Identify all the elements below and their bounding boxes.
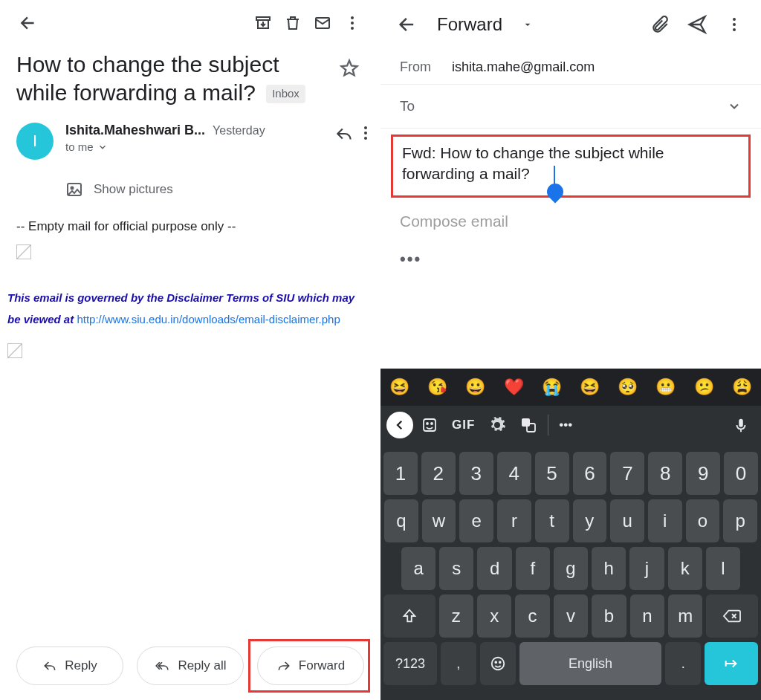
back-icon[interactable] (13, 8, 43, 38)
key[interactable]: 1 (383, 452, 418, 495)
emoji-key[interactable]: 😭 (542, 377, 562, 397)
emoji-key[interactable]: 😘 (427, 377, 447, 397)
key[interactable]: 8 (648, 452, 682, 495)
numlock-key[interactable]: ?123 (383, 642, 437, 685)
reply-all-button[interactable]: Reply all (137, 646, 244, 685)
svg-point-21 (499, 661, 501, 663)
to-field[interactable]: To (380, 85, 761, 129)
key[interactable]: s (439, 547, 473, 590)
show-pictures-button[interactable]: Show pictures (65, 181, 380, 198)
period-key[interactable]: . (665, 642, 701, 685)
disclaimer-link[interactable]: http://www.siu.edu.in/downloads/email-di… (77, 313, 340, 325)
key[interactable]: g (554, 547, 588, 590)
attach-icon[interactable] (644, 8, 676, 41)
key[interactable]: 3 (459, 452, 493, 495)
key[interactable]: q (384, 499, 418, 542)
key[interactable]: k (668, 547, 702, 590)
enter-key[interactable] (705, 642, 758, 685)
key-row-zxcv: z x c v b n m (383, 594, 758, 638)
key[interactable]: l (706, 547, 740, 590)
translate-icon[interactable]: G (514, 410, 543, 440)
avatar[interactable]: I (16, 123, 54, 160)
more-icon[interactable] (337, 8, 367, 38)
key[interactable]: o (686, 499, 720, 542)
svg-text:G: G (524, 420, 528, 425)
emoji-key[interactable] (480, 642, 516, 685)
compose-more-icon[interactable] (718, 8, 751, 41)
key[interactable]: u (610, 499, 644, 542)
more-keyboard-icon[interactable]: ••• (553, 410, 578, 440)
key[interactable]: e (459, 499, 493, 542)
key[interactable]: p (723, 499, 757, 542)
quoted-text-toggle[interactable]: ••• (380, 245, 761, 284)
key[interactable]: w (422, 499, 456, 542)
backspace-key[interactable] (706, 594, 758, 638)
back-icon[interactable] (391, 8, 424, 41)
from-field[interactable]: From ishita.mahe@gmail.com (380, 49, 761, 85)
key[interactable]: 0 (724, 452, 758, 495)
sticker-icon[interactable] (415, 410, 444, 440)
archive-icon[interactable] (248, 8, 278, 38)
emoji-key[interactable]: 😆 (580, 377, 600, 397)
key[interactable]: x (477, 594, 511, 638)
keyboard-toolbar: GIF G ••• (380, 406, 761, 444)
text-cursor (554, 166, 555, 185)
settings-icon[interactable] (482, 410, 512, 440)
mic-icon[interactable] (727, 410, 755, 440)
forward-button[interactable]: Forward (257, 646, 364, 685)
compose-body[interactable]: Compose email (380, 198, 761, 245)
key[interactable]: c (515, 594, 549, 638)
comma-key[interactable]: , (441, 642, 476, 685)
key[interactable]: b (592, 594, 626, 638)
emoji-key[interactable]: 😬 (655, 377, 676, 397)
key-row-asdf: a s d f g h j k l (383, 547, 758, 590)
svg-point-6 (364, 132, 367, 135)
send-icon[interactable] (681, 8, 713, 41)
compose-type-dropdown[interactable] (522, 19, 534, 30)
key[interactable]: 6 (573, 452, 607, 495)
key[interactable]: m (668, 594, 702, 638)
key[interactable]: z (439, 594, 473, 638)
key[interactable]: v (554, 594, 588, 638)
subject-field[interactable]: Fwd: How to change the subject while for… (391, 135, 751, 198)
delete-icon[interactable] (278, 8, 308, 38)
shift-key[interactable] (383, 594, 435, 638)
key[interactable]: 5 (535, 452, 569, 495)
key[interactable]: i (648, 499, 682, 542)
reply-icon[interactable] (334, 124, 354, 143)
key[interactable]: a (401, 547, 435, 590)
key[interactable]: f (516, 547, 550, 590)
svg-point-2 (351, 16, 354, 19)
star-icon[interactable] (334, 51, 364, 79)
key[interactable]: y (573, 499, 607, 542)
key[interactable]: r (497, 499, 531, 542)
emoji-key[interactable]: 😆 (389, 377, 409, 397)
key[interactable]: j (629, 547, 664, 590)
message-more-icon[interactable] (357, 124, 375, 143)
mark-unread-icon[interactable] (308, 8, 337, 38)
spacebar-key[interactable]: English (519, 642, 662, 685)
key[interactable]: 9 (686, 452, 720, 495)
svg-point-9 (71, 187, 74, 189)
key[interactable]: 7 (610, 452, 644, 495)
key[interactable]: n (630, 594, 664, 638)
recipient-summary[interactable]: to me (65, 140, 334, 153)
emoji-key[interactable]: 😕 (694, 377, 714, 397)
key[interactable]: 2 (421, 452, 456, 495)
keyboard-collapse-icon[interactable] (386, 412, 413, 438)
emoji-key[interactable]: ❤️ (504, 377, 524, 397)
reply-all-icon (154, 658, 170, 673)
emoji-key[interactable]: 😀 (465, 377, 485, 397)
gif-button[interactable]: GIF (446, 410, 481, 440)
inbox-chip[interactable]: Inbox (266, 85, 305, 103)
key[interactable]: 4 (497, 452, 531, 495)
key[interactable]: t (535, 499, 569, 542)
sender-row[interactable]: I Ishita.Maheshwari B... Yesterday to me (0, 106, 380, 160)
reply-button[interactable]: Reply (16, 646, 123, 685)
chevron-down-icon[interactable] (727, 99, 742, 114)
key[interactable]: d (477, 547, 511, 590)
emoji-key[interactable]: 😩 (732, 377, 752, 397)
compose-title: Forward (437, 14, 502, 35)
emoji-key[interactable]: 🥺 (618, 377, 638, 397)
key[interactable]: h (592, 547, 626, 590)
